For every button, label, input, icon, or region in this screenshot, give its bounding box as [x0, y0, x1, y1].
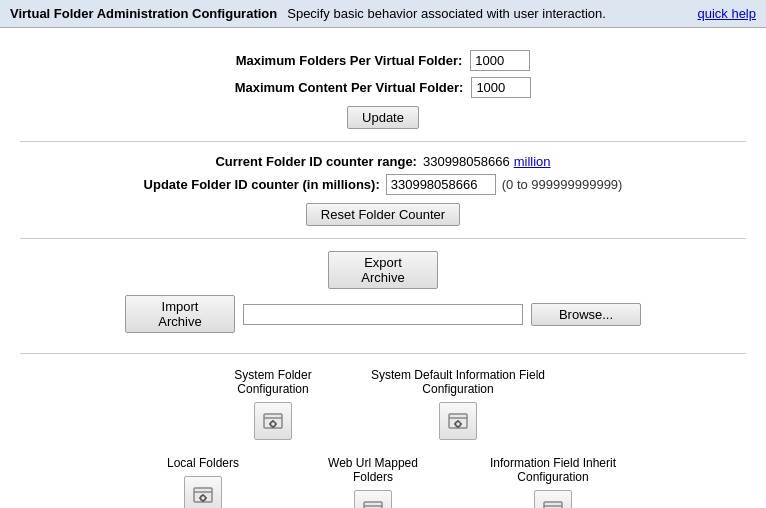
update-button[interactable]: Update	[347, 106, 419, 129]
update-button-row: Update	[20, 106, 746, 129]
web-url-mapped-icon[interactable]	[354, 490, 392, 508]
system-default-info-label: System Default Information Field Configu…	[368, 368, 548, 396]
info-field-inherit-icon[interactable]	[534, 490, 572, 508]
web-url-mapped-item[interactable]: Web Url MappedFolders	[318, 456, 428, 508]
max-folders-row: Maximum Folders Per Virtual Folder:	[20, 50, 746, 71]
info-field-inherit-label: Information Field InheritConfiguration	[490, 456, 616, 484]
export-archive-row: Export Archive	[328, 251, 438, 289]
local-folders-label: Local Folders	[167, 456, 239, 470]
quick-help-link[interactable]: quick help	[697, 6, 756, 21]
header-description: Specify basic behavior associated with u…	[287, 6, 697, 21]
import-archive-button[interactable]: Import Archive	[125, 295, 235, 333]
counter-section: Current Folder ID counter range: 3309980…	[20, 142, 746, 239]
max-folders-section: Maximum Folders Per Virtual Folder: Maxi…	[20, 38, 746, 142]
current-counter-row: Current Folder ID counter range: 3309980…	[20, 154, 746, 169]
million-link[interactable]: million	[514, 154, 551, 169]
system-default-info-icon[interactable]	[439, 402, 477, 440]
max-content-input[interactable]	[471, 77, 531, 98]
svg-rect-28	[544, 502, 562, 508]
update-counter-row: Update Folder ID counter (in millions): …	[20, 174, 746, 195]
archive-section: Export Archive Import Archive Browse...	[20, 239, 746, 354]
import-file-input[interactable]	[243, 304, 523, 325]
header-bar: Virtual Folder Administration Configurat…	[0, 0, 766, 28]
main-content: Maximum Folders Per Virtual Folder: Maxi…	[0, 28, 766, 508]
reset-folder-counter-button[interactable]: Reset Folder Counter	[306, 203, 460, 226]
web-url-mapped-label: Web Url MappedFolders	[328, 456, 418, 484]
icons-section: System FolderConfiguration System Defaul…	[20, 354, 746, 508]
max-folders-label: Maximum Folders Per Virtual Folder:	[236, 53, 463, 68]
counter-input[interactable]	[386, 174, 496, 195]
export-archive-button[interactable]: Export Archive	[328, 251, 438, 289]
local-folders-icon[interactable]	[184, 476, 222, 508]
current-counter-label: Current Folder ID counter range:	[215, 154, 417, 169]
local-folders-item[interactable]: Local Folders	[148, 456, 258, 508]
max-content-label: Maximum Content Per Virtual Folder:	[235, 80, 464, 95]
svg-rect-21	[364, 502, 382, 508]
icons-row-1: System FolderConfiguration System Defaul…	[20, 368, 746, 440]
page-title: Virtual Folder Administration Configurat…	[10, 6, 277, 21]
update-counter-label: Update Folder ID counter (in millions):	[144, 177, 380, 192]
system-folder-config-item[interactable]: System FolderConfiguration	[218, 368, 328, 440]
max-folders-input[interactable]	[470, 50, 530, 71]
browse-button[interactable]: Browse...	[531, 303, 641, 326]
max-content-row: Maximum Content Per Virtual Folder:	[20, 77, 746, 98]
current-counter-value: 330998058666	[423, 154, 510, 169]
icons-row-2: Local Folders Web Url MappedFolders	[20, 456, 746, 508]
system-folder-config-icon[interactable]	[254, 402, 292, 440]
info-field-inherit-item[interactable]: Information Field InheritConfiguration	[488, 456, 618, 508]
reset-button-row: Reset Folder Counter	[20, 203, 746, 226]
system-folder-config-label: System FolderConfiguration	[234, 368, 311, 396]
system-default-info-item[interactable]: System Default Information Field Configu…	[368, 368, 548, 440]
import-archive-row: Import Archive Browse...	[125, 295, 641, 333]
counter-range: (0 to 999999999999)	[502, 177, 623, 192]
